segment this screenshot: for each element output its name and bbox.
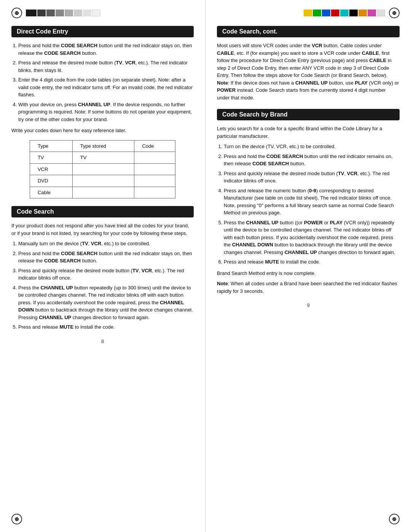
- bs-step-4: Press and release the numeric button (0-…: [224, 187, 400, 217]
- code-search-cont-header: Code Search, cont.: [217, 26, 400, 37]
- left-page: ⊕ Direct Code Entry Press and hold the C…: [0, 0, 206, 532]
- code-search-content: If your product does not respond after y…: [11, 222, 194, 331]
- rbar-2: [313, 10, 321, 16]
- col-type-stored: Type stored: [72, 140, 134, 152]
- code-search-steps: Manually turn on the device (TV, VCR, et…: [11, 240, 194, 331]
- step-4: With your device on, press CHANNEL UP. I…: [18, 101, 194, 123]
- cs-step-4: Press the CHANNEL UP button repeatedly (…: [18, 284, 194, 321]
- cell-type: DVD: [30, 175, 72, 187]
- left-crosshair-icon: ⊕: [11, 8, 22, 18]
- cell-code: [134, 175, 175, 187]
- bottom-right-crosshair-icon: ⊕: [389, 514, 400, 524]
- bs-step-6: Press and release MUTE to install the co…: [224, 258, 400, 266]
- left-color-bars: [26, 10, 100, 16]
- cell-stored: [72, 163, 134, 175]
- bar-6: [74, 10, 82, 16]
- code-search-by-brand-header: Code Search by Brand: [217, 109, 400, 120]
- code-table: Type Type stored Code TV TV VCR: [30, 140, 175, 199]
- code-search-intro: If your product does not respond after y…: [11, 222, 194, 237]
- rbar-7: [358, 10, 367, 16]
- brand-final-note: Note: When all codes under a Brand have …: [217, 280, 400, 295]
- left-page-number: 8: [11, 339, 194, 344]
- bs-step-3: Press and quickly release the desired mo…: [224, 170, 400, 185]
- cell-code: [134, 152, 175, 164]
- cell-type: Cable: [30, 187, 72, 198]
- table-row: DVD: [30, 175, 175, 187]
- rbar-9: [377, 10, 385, 16]
- cs-step-5: Press and release MUTE to install the co…: [18, 323, 194, 331]
- bar-4: [56, 10, 64, 16]
- brand-search-steps: Turn on the device (TV, VCR, etc.) to be…: [217, 143, 400, 266]
- code-search-cont-text: Most users will store VCR codes under th…: [217, 42, 400, 101]
- cell-stored: [72, 187, 134, 198]
- cell-type: TV: [30, 152, 72, 164]
- left-top-area: ⊕: [11, 8, 194, 18]
- bar-8: [92, 10, 100, 16]
- code-search-cont-content: Most users will store VCR codes under th…: [217, 42, 400, 101]
- cell-code: [134, 187, 175, 198]
- bs-step-1: Turn on the device (TV, VCR, etc.) to be…: [224, 143, 400, 150]
- bar-5: [65, 10, 73, 16]
- table-row: TV TV: [30, 152, 175, 164]
- right-bottom-crosshair: ⊕: [385, 514, 400, 524]
- table-row: VCR: [30, 163, 175, 175]
- right-top-area: ⊕: [217, 8, 400, 18]
- bottom-left-crosshair-icon: ⊕: [11, 514, 22, 524]
- rbar-6: [349, 10, 358, 16]
- code-search-header: Code Search: [11, 206, 194, 217]
- code-search-section: Code Search If your product does not res…: [11, 206, 194, 331]
- rbar-1: [304, 10, 312, 16]
- cell-type: VCR: [30, 163, 72, 175]
- col-type: Type: [30, 140, 72, 152]
- step-1: Press and hold the CODE SEARCH button un…: [18, 42, 194, 57]
- bar-1: [26, 10, 37, 16]
- cs-step-1: Manually turn on the device (TV, VCR, et…: [18, 240, 194, 248]
- direct-code-entry-header: Direct Code Entry: [11, 26, 194, 37]
- rbar-5: [340, 10, 349, 16]
- bar-2: [37, 10, 46, 16]
- direct-code-entry-content: Press and hold the CODE SEARCH button un…: [11, 42, 194, 198]
- cs-step-3: Press and quickly release the desired mo…: [18, 267, 194, 282]
- rbar-4: [331, 10, 339, 16]
- rbar-3: [322, 10, 330, 16]
- write-note: Write your codes down here for easy refe…: [11, 127, 194, 134]
- code-search-cont-section: Code Search, cont. Most users will store…: [217, 26, 400, 101]
- bar-3: [46, 10, 55, 16]
- direct-code-entry-steps: Press and hold the CODE SEARCH button un…: [11, 42, 194, 123]
- right-crosshair-icon: ⊕: [389, 8, 400, 18]
- code-search-by-brand-section: Code Search by Brand Lets you search for…: [217, 109, 400, 295]
- right-color-bars: [304, 10, 385, 16]
- col-code: Code: [134, 140, 175, 152]
- rbar-8: [368, 10, 376, 16]
- right-page: ⊕ Code Search, cont. Most users will sto…: [206, 0, 411, 532]
- code-search-by-brand-content: Lets you search for a code for a specifi…: [217, 125, 400, 295]
- page-container: ⊕ Direct Code Entry Press and hold the C…: [0, 0, 411, 532]
- bar-7: [83, 10, 91, 16]
- direct-code-entry-section: Direct Code Entry Press and hold the COD…: [11, 26, 194, 198]
- bs-step-2: Press and hold the CODE SEARCH button un…: [224, 153, 400, 168]
- left-bottom-crosshair: ⊕: [11, 514, 26, 524]
- bs-step-5: Press the CHANNEL UP button ((or POWER o…: [224, 219, 400, 256]
- step-2: Press and release the desired mode butto…: [18, 59, 194, 74]
- table-row: Cable: [30, 187, 175, 198]
- cell-stored: TV: [72, 152, 134, 164]
- cs-step-2: Press and hold the CODE SEARCH button un…: [18, 250, 194, 265]
- step-3: Enter the 4 digit code from the code tab…: [18, 76, 194, 99]
- cell-code: [134, 163, 175, 175]
- right-page-number: 9: [217, 302, 400, 308]
- brand-search-intro: Lets you search for a code for a specifi…: [217, 125, 400, 140]
- cell-stored: [72, 175, 134, 187]
- brand-completion-note: Brand Search Method entry is now complet…: [217, 270, 400, 277]
